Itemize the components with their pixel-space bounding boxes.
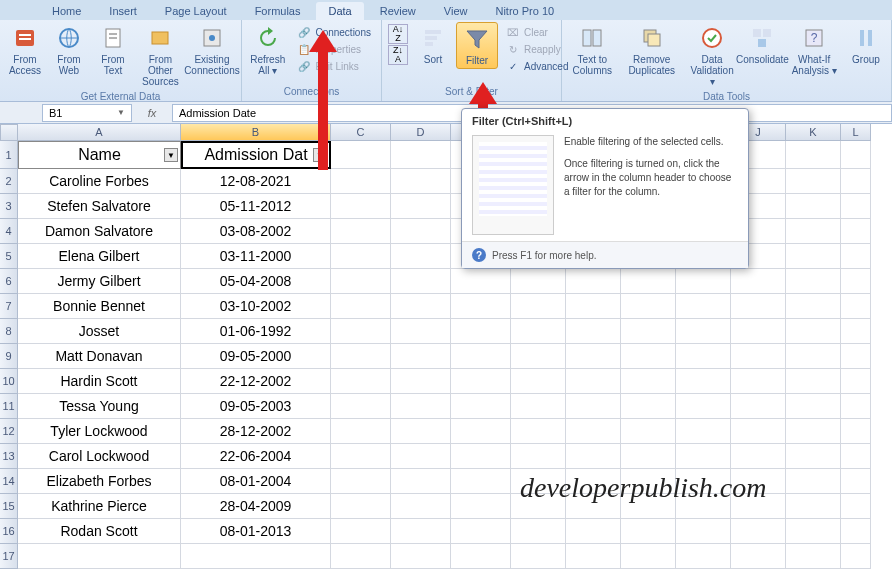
cell-E17[interactable]: [451, 544, 511, 569]
cell-L1[interactable]: [841, 141, 871, 169]
row-header-17[interactable]: 17: [0, 544, 18, 569]
cell-B3[interactable]: 05-11-2012: [181, 194, 331, 219]
cell-K5[interactable]: [786, 244, 841, 269]
cell-D6[interactable]: [391, 269, 451, 294]
cell-K10[interactable]: [786, 369, 841, 394]
cell-B2[interactable]: 12-08-2021: [181, 169, 331, 194]
cell-G8[interactable]: [566, 319, 621, 344]
cell-L13[interactable]: [841, 444, 871, 469]
cell-F11[interactable]: [511, 394, 566, 419]
cell-J17[interactable]: [731, 544, 786, 569]
row-header-5[interactable]: 5: [0, 244, 18, 269]
row-header-9[interactable]: 9: [0, 344, 18, 369]
cell-H9[interactable]: [621, 344, 676, 369]
cell-E14[interactable]: [451, 469, 511, 494]
cell-G6[interactable]: [566, 269, 621, 294]
col-header-K[interactable]: K: [786, 124, 841, 141]
cell-E12[interactable]: [451, 419, 511, 444]
cell-B7[interactable]: 03-10-2002: [181, 294, 331, 319]
cell-C8[interactable]: [331, 319, 391, 344]
cell-G17[interactable]: [566, 544, 621, 569]
cell-B16[interactable]: 08-01-2013: [181, 519, 331, 544]
cell-E13[interactable]: [451, 444, 511, 469]
data-validation-button[interactable]: Data Validation ▾: [685, 22, 740, 89]
cell-F17[interactable]: [511, 544, 566, 569]
cell-J11[interactable]: [731, 394, 786, 419]
cell-I17[interactable]: [676, 544, 731, 569]
cell-C16[interactable]: [331, 519, 391, 544]
cell-K4[interactable]: [786, 219, 841, 244]
cell-H6[interactable]: [621, 269, 676, 294]
cell-L16[interactable]: [841, 519, 871, 544]
cell-B6[interactable]: 05-04-2008: [181, 269, 331, 294]
cell-D7[interactable]: [391, 294, 451, 319]
tab-page-layout[interactable]: Page Layout: [153, 2, 239, 20]
group-button[interactable]: Group: [845, 22, 887, 67]
cell-L14[interactable]: [841, 469, 871, 494]
cell-A6[interactable]: Jermy Gilbert: [18, 269, 181, 294]
row-header-10[interactable]: 10: [0, 369, 18, 394]
cell-I12[interactable]: [676, 419, 731, 444]
cell-K12[interactable]: [786, 419, 841, 444]
cell-H11[interactable]: [621, 394, 676, 419]
from-web-button[interactable]: From Web: [48, 22, 90, 78]
cell-A1[interactable]: Name▼: [18, 141, 181, 169]
cell-D4[interactable]: [391, 219, 451, 244]
cell-D12[interactable]: [391, 419, 451, 444]
row-header-11[interactable]: 11: [0, 394, 18, 419]
cell-L3[interactable]: [841, 194, 871, 219]
cell-A2[interactable]: Caroline Forbes: [18, 169, 181, 194]
select-all-corner[interactable]: [0, 124, 18, 141]
cell-B12[interactable]: 28-12-2002: [181, 419, 331, 444]
cell-A3[interactable]: Stefen Salvatore: [18, 194, 181, 219]
cell-K11[interactable]: [786, 394, 841, 419]
cell-L11[interactable]: [841, 394, 871, 419]
cell-J6[interactable]: [731, 269, 786, 294]
cell-C1[interactable]: [331, 141, 391, 169]
cell-G9[interactable]: [566, 344, 621, 369]
from-other-button[interactable]: From Other Sources: [136, 22, 185, 89]
tab-insert[interactable]: Insert: [97, 2, 149, 20]
cell-E15[interactable]: [451, 494, 511, 519]
cell-C6[interactable]: [331, 269, 391, 294]
row-header-15[interactable]: 15: [0, 494, 18, 519]
col-header-C[interactable]: C: [331, 124, 391, 141]
row-header-2[interactable]: 2: [0, 169, 18, 194]
cell-D3[interactable]: [391, 194, 451, 219]
cell-D17[interactable]: [391, 544, 451, 569]
cell-L2[interactable]: [841, 169, 871, 194]
refresh-all-button[interactable]: Refresh All ▾: [246, 22, 289, 78]
sort-za-icon[interactable]: Z↓A: [388, 45, 408, 65]
cell-D2[interactable]: [391, 169, 451, 194]
cell-J12[interactable]: [731, 419, 786, 444]
existing-conn-button[interactable]: Existing Connections: [187, 22, 237, 78]
cell-B14[interactable]: 08-01-2004: [181, 469, 331, 494]
cell-I6[interactable]: [676, 269, 731, 294]
cell-I11[interactable]: [676, 394, 731, 419]
cell-F16[interactable]: [511, 519, 566, 544]
cell-D16[interactable]: [391, 519, 451, 544]
cell-B11[interactable]: 09-05-2003: [181, 394, 331, 419]
cell-D9[interactable]: [391, 344, 451, 369]
cell-A16[interactable]: Rodan Scott: [18, 519, 181, 544]
cell-J8[interactable]: [731, 319, 786, 344]
row-header-14[interactable]: 14: [0, 469, 18, 494]
cell-C14[interactable]: [331, 469, 391, 494]
cell-B15[interactable]: 28-04-2009: [181, 494, 331, 519]
cell-I13[interactable]: [676, 444, 731, 469]
row-header-12[interactable]: 12: [0, 419, 18, 444]
remove-duplicates-button[interactable]: Remove Duplicates: [621, 22, 683, 78]
cell-L7[interactable]: [841, 294, 871, 319]
cell-A14[interactable]: Elizabeth Forbes: [18, 469, 181, 494]
cell-G10[interactable]: [566, 369, 621, 394]
cell-A9[interactable]: Matt Donavan: [18, 344, 181, 369]
cell-B10[interactable]: 22-12-2002: [181, 369, 331, 394]
cell-H16[interactable]: [621, 519, 676, 544]
row-header-16[interactable]: 16: [0, 519, 18, 544]
cell-D5[interactable]: [391, 244, 451, 269]
cell-A15[interactable]: Kathrine Pierce: [18, 494, 181, 519]
name-box-dropdown-icon[interactable]: ▼: [117, 108, 125, 117]
cell-D11[interactable]: [391, 394, 451, 419]
cell-K9[interactable]: [786, 344, 841, 369]
row-header-8[interactable]: 8: [0, 319, 18, 344]
